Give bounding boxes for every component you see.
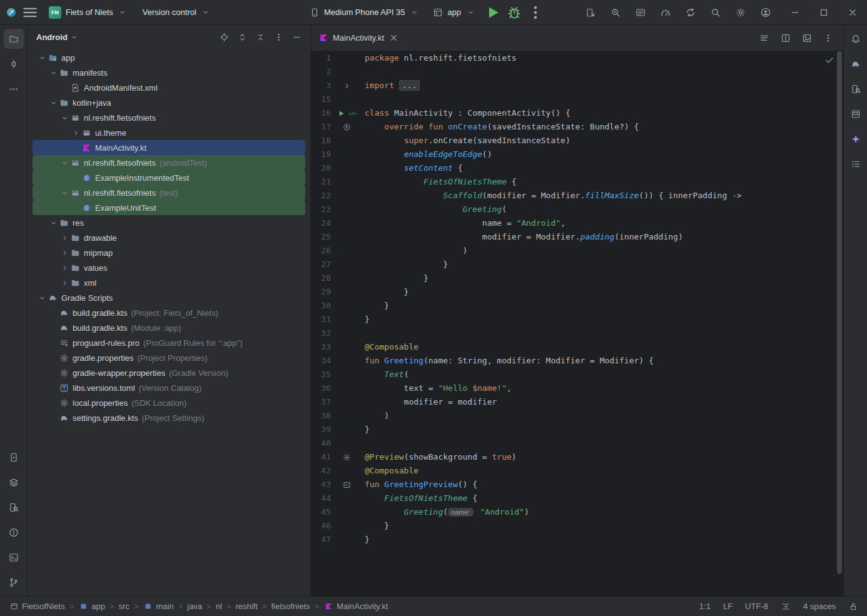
code-line[interactable]: 42@Composable	[311, 464, 843, 478]
layout-inspector-button[interactable]	[846, 104, 866, 124]
gutter[interactable]	[331, 258, 362, 271]
terminal-button[interactable]	[4, 547, 24, 567]
line-number[interactable]: 34	[311, 354, 331, 368]
preview-gear-icon[interactable]	[342, 452, 352, 462]
code-line[interactable]: 20 setContent {	[311, 161, 843, 175]
line-number[interactable]: 32	[311, 326, 331, 340]
gutter[interactable]	[331, 244, 362, 258]
tree-item-nl-reshift-fietsofniets[interactable]: nl.reshift.fietsofniets(androidTest)	[33, 155, 305, 170]
code-line[interactable]: 46 }	[311, 519, 843, 533]
gutter[interactable]	[331, 65, 362, 79]
breadcrumb-item-reshift[interactable]: reshift	[235, 602, 257, 611]
code-line[interactable]: 36 text = "Hello $name!",	[311, 381, 843, 395]
tree-item-androidmanifest-xml[interactable]: AndroidManifest.xml	[33, 80, 305, 95]
fold-icon[interactable]	[342, 81, 352, 91]
target-button[interactable]	[216, 29, 231, 44]
code-line[interactable]: 30 }	[311, 299, 843, 313]
running-devices-button[interactable]	[4, 447, 24, 467]
gradle-sync-button[interactable]	[681, 3, 701, 23]
line-number[interactable]: 43	[311, 478, 331, 492]
more-run-options-button[interactable]	[527, 4, 544, 21]
line-number[interactable]: 42	[311, 464, 331, 478]
code-view-button[interactable]	[756, 29, 773, 47]
device-manager-button[interactable]	[4, 497, 24, 517]
code-line[interactable]: 39}	[311, 423, 843, 437]
line-number[interactable]: 39	[311, 423, 331, 437]
line-number[interactable]: 20	[311, 161, 331, 175]
chevron-down-icon[interactable]	[59, 159, 70, 167]
gutter[interactable]	[331, 505, 362, 519]
code-line[interactable]: 38 )	[311, 409, 843, 423]
device-selector[interactable]: Medium Phone API 35	[305, 3, 424, 22]
line-number[interactable]: 30	[311, 299, 331, 313]
chevron-right-icon[interactable]	[59, 279, 70, 287]
editor-scrollbar[interactable]	[837, 51, 842, 596]
line-number[interactable]: 25	[311, 230, 331, 244]
tree-item-gradle-properties[interactable]: gradle.properties(Project Properties)	[33, 350, 305, 365]
chevron-down-icon[interactable]	[36, 294, 48, 302]
kebab-button[interactable]	[271, 29, 286, 44]
src-icon[interactable]: </>	[347, 108, 357, 118]
run-config-selector[interactable]: app	[428, 3, 480, 22]
code-line[interactable]: 28 }	[311, 271, 843, 285]
gutter[interactable]	[331, 230, 362, 244]
gutter[interactable]	[331, 354, 362, 368]
gutter[interactable]: </>	[331, 106, 362, 120]
breadcrumb-item-src[interactable]: src	[119, 602, 129, 611]
override-icon[interactable]	[342, 122, 352, 132]
breadcrumb-item-main[interactable]: main	[143, 602, 173, 612]
code-line[interactable]: 44 FietsOfNietsTheme {	[311, 492, 843, 505]
line-number[interactable]: 27	[311, 258, 331, 271]
tree-item-exampleinstrumentedtest[interactable]: CExampleInstrumentedTest	[33, 170, 305, 185]
commit-button[interactable]	[4, 54, 24, 74]
code-line[interactable]: 21 FietsOfNietsTheme {	[311, 175, 843, 189]
tree-item-values[interactable]: values	[33, 260, 305, 275]
line-number[interactable]: 40	[311, 437, 331, 450]
line-number[interactable]: 36	[311, 381, 331, 395]
gutter[interactable]	[331, 93, 362, 106]
chevron-right-icon[interactable]	[59, 264, 70, 272]
line-number[interactable]: 18	[311, 134, 331, 148]
tree-item-nl-reshift-fietsofniets[interactable]: nl.reshift.fietsofniets(test)	[33, 185, 305, 200]
settings-button[interactable]	[731, 3, 751, 23]
tree-item-app[interactable]: app	[33, 50, 305, 65]
chevron-down-icon[interactable]	[48, 219, 59, 227]
gradle-button[interactable]	[846, 54, 866, 74]
tree-item-manifests[interactable]: manifests	[33, 65, 305, 80]
line-number[interactable]: 15	[311, 93, 331, 106]
code-line[interactable]: 37 modifier = modifier	[311, 395, 843, 409]
tree-item-ui-theme[interactable]: ui.theme	[33, 125, 305, 140]
gutter[interactable]	[331, 148, 362, 161]
minus-button[interactable]	[289, 29, 304, 44]
gemini-button[interactable]	[846, 129, 866, 149]
line-number[interactable]: 29	[311, 285, 331, 299]
tree-item-exampleunittest[interactable]: CExampleUnitTest	[33, 200, 305, 215]
code-line[interactable]: 26 )	[311, 244, 843, 258]
gutter[interactable]	[331, 395, 362, 409]
tree-item-local-properties[interactable]: local.properties(SDK Location)	[33, 395, 305, 410]
line-number[interactable]: 24	[311, 216, 331, 230]
build-variants-button[interactable]	[4, 472, 24, 492]
chevron-down-icon[interactable]	[48, 69, 59, 77]
code-line[interactable]: 17 override fun onCreate(savedInstanceSt…	[311, 120, 843, 134]
line-number[interactable]: 31	[311, 313, 331, 326]
problems-button[interactable]	[4, 522, 24, 542]
code-line[interactable]: 35 Text(	[311, 368, 843, 381]
code-line[interactable]: 3import ...	[311, 79, 843, 93]
gutter[interactable]	[331, 437, 362, 450]
line-number[interactable]: 35	[311, 368, 331, 381]
design-view-button[interactable]	[798, 29, 816, 47]
line-number[interactable]: 17	[311, 120, 331, 134]
breadcrumb-item-fietsofniets[interactable]: fietsofniets	[271, 602, 310, 611]
close-tab-button[interactable]	[388, 33, 398, 43]
breadcrumb-item-mainactivity-kt[interactable]: MainActivity.kt	[323, 602, 388, 612]
avatar-button[interactable]	[756, 3, 776, 23]
vcs-widget[interactable]: Version control	[138, 3, 216, 22]
collapse-all-button[interactable]	[253, 29, 268, 44]
code-line[interactable]: 34fun Greeting(name: String, modifier: M…	[311, 354, 843, 368]
gutter[interactable]	[331, 285, 362, 299]
chevron-down-icon[interactable]	[59, 189, 70, 197]
tab-mainactivity[interactable]: MainActivity.kt	[311, 25, 406, 51]
debug-button[interactable]	[505, 4, 523, 21]
code-line[interactable]: 47}	[311, 533, 843, 547]
